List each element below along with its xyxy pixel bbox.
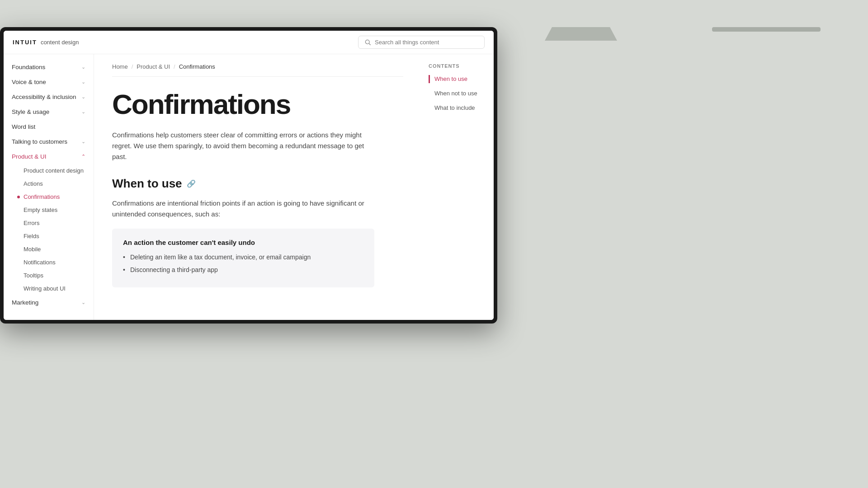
sidebar-item-word-list[interactable]: Word list xyxy=(4,119,94,134)
sidebar-submenu-product-ui: Product content design Actions Confirmat… xyxy=(4,164,94,295)
info-box-title: An action the customer can't easily undo xyxy=(123,239,363,246)
intuit-wordmark: INTUIT xyxy=(13,39,37,46)
chevron-down-icon: ⌄ xyxy=(81,109,85,115)
header-logo: INTUIT content design xyxy=(13,39,79,46)
breadcrumb-separator: / xyxy=(174,63,175,70)
chevron-down-icon: ⌄ xyxy=(81,79,85,85)
link-anchor-icon[interactable]: 🔗 xyxy=(187,179,196,188)
sidebar-subitem-tooltips[interactable]: Tooltips xyxy=(4,269,94,282)
chevron-up-icon: ⌃ xyxy=(81,154,85,160)
sidebar-subitem-mobile[interactable]: Mobile xyxy=(4,243,94,256)
body-layout: Foundations ⌄ Voice & tone ⌄ Accessibili… xyxy=(4,54,494,320)
chevron-down-icon: ⌄ xyxy=(81,64,85,70)
sidebar-subitem-product-content-design[interactable]: Product content design xyxy=(4,164,94,177)
chevron-down-icon: ⌄ xyxy=(81,139,85,145)
chevron-down-icon: ⌄ xyxy=(81,300,85,305)
list-item: Disconnecting a third-party app xyxy=(123,265,363,275)
intro-text: Confirmations help customers steer clear… xyxy=(112,130,374,162)
section-when-to-use: When to use 🔗 Confirmations are intentio… xyxy=(112,177,403,287)
breadcrumb-product-ui[interactable]: Product & UI xyxy=(137,63,170,70)
sidebar-subitem-notifications[interactable]: Notifications xyxy=(4,256,94,269)
list-item: Deleting an item like a tax document, in… xyxy=(123,253,363,263)
breadcrumb-current: Confirmations xyxy=(179,63,215,70)
search-input[interactable] xyxy=(375,39,478,46)
page-title: Confirmations xyxy=(112,89,403,119)
toc-item-when-to-use[interactable]: When to use xyxy=(429,75,486,83)
sidebar-subitem-actions[interactable]: Actions xyxy=(4,177,94,190)
sidebar-subitem-empty-states[interactable]: Empty states xyxy=(4,203,94,216)
section-heading-when-to-use: When to use 🔗 xyxy=(112,177,403,191)
search-icon xyxy=(365,39,371,46)
header-subtitle: content design xyxy=(41,39,79,46)
section-text-when-to-use: Confirmations are intentional friction p… xyxy=(112,198,374,220)
svg-line-1 xyxy=(369,43,370,45)
monitor-frame: INTUIT content design Foundations ⌄ xyxy=(0,27,497,324)
info-box-list: Deleting an item like a tax document, in… xyxy=(123,253,363,275)
sidebar-item-voice-tone[interactable]: Voice & tone ⌄ xyxy=(4,75,94,89)
sidebar-item-accessibility[interactable]: Accessibility & inclusion ⌄ xyxy=(4,89,94,104)
breadcrumb: Home / Product & UI / Confirmations xyxy=(112,63,403,77)
toc-panel: CONTENTS When to use When not to use Wha… xyxy=(421,54,494,320)
main-content: Home / Product & UI / Confirmations Conf… xyxy=(94,54,421,320)
sidebar-item-product-ui[interactable]: Product & UI ⌃ xyxy=(4,149,94,164)
toc-item-when-not-to-use[interactable]: When not to use xyxy=(429,89,486,98)
sidebar-subitem-confirmations[interactable]: Confirmations xyxy=(4,190,94,203)
monitor-stand xyxy=(545,27,617,41)
breadcrumb-home[interactable]: Home xyxy=(112,63,128,70)
toc-title: CONTENTS xyxy=(429,63,486,69)
breadcrumb-separator: / xyxy=(132,63,133,70)
search-bar[interactable] xyxy=(358,36,485,49)
sidebar: Foundations ⌄ Voice & tone ⌄ Accessibili… xyxy=(4,54,94,320)
sidebar-item-foundations[interactable]: Foundations ⌄ xyxy=(4,60,94,75)
monitor-base xyxy=(712,27,821,32)
active-dot-icon xyxy=(17,196,20,198)
sidebar-item-style-usage[interactable]: Style & usage ⌄ xyxy=(4,104,94,119)
chevron-down-icon: ⌄ xyxy=(81,94,85,100)
monitor-screen: INTUIT content design Foundations ⌄ xyxy=(4,31,494,320)
sidebar-subitem-writing-about-ui[interactable]: Writing about UI xyxy=(4,282,94,295)
sidebar-item-talking[interactable]: Talking to customers ⌄ xyxy=(4,134,94,149)
toc-item-what-to-include[interactable]: What to include xyxy=(429,104,486,112)
sidebar-item-marketing[interactable]: Marketing ⌄ xyxy=(4,295,94,310)
header: INTUIT content design xyxy=(4,31,494,54)
sidebar-subitem-errors[interactable]: Errors xyxy=(4,216,94,230)
info-box: An action the customer can't easily undo… xyxy=(112,229,374,287)
sidebar-subitem-fields[interactable]: Fields xyxy=(4,230,94,243)
